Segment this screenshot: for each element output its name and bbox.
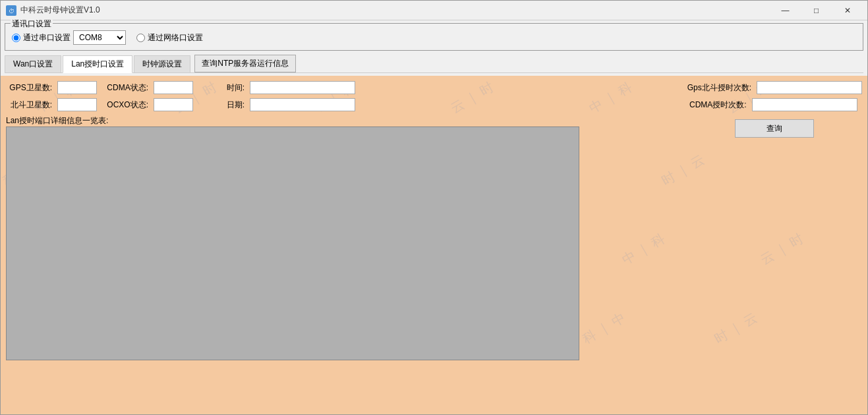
cdma-times-input[interactable]: [752, 98, 857, 111]
title-bar-left: ⏱ 中科云时母钟设置V1.0: [6, 5, 100, 16]
time-label: 时间:: [198, 82, 245, 94]
serial-radio[interactable]: [12, 34, 20, 42]
watermark-17: 中 ｜ 科: [619, 230, 668, 269]
network-radio[interactable]: [136, 34, 145, 42]
minimize-button[interactable]: —: [770, 4, 800, 17]
top-section: 通讯口设置 通过串口设置 COM8 通过网络口设置 Wan口设置 Lan授时口设…: [1, 20, 867, 76]
cdma-times-row: CDMA授时次数:: [687, 98, 862, 111]
query-ntp-button[interactable]: 查询NTP服务器运行信息: [194, 55, 296, 72]
tab-wan[interactable]: Wan口设置: [5, 55, 61, 72]
main-window: ⏱ 中科云时母钟设置V1.0 — □ ✕ 通讯口设置 通过串口设置 COM8: [0, 0, 868, 415]
gps-beidou-times-input[interactable]: [757, 81, 862, 94]
network-label: 通过网络口设置: [148, 32, 203, 43]
lan-table-label: Lan授时端口详细信息一览表:: [6, 116, 108, 125]
watermark-12: 时 ｜ 云: [658, 151, 708, 190]
main-area: 中 ｜ 科 云 ｜ 时 中 ｜ 科 云 ｜ 时 中 ｜ 科 云 ｜ 时 科 ｜ …: [1, 76, 867, 414]
beidou-satellites-label: 北斗卫星数:: [6, 99, 52, 111]
cdma-status-input[interactable]: [154, 81, 193, 94]
close-button[interactable]: ✕: [832, 4, 862, 17]
window-title: 中科云时母钟设置V1.0: [20, 5, 100, 16]
maximize-button[interactable]: □: [801, 4, 831, 17]
gps-satellites-label: GPS卫星数:: [6, 82, 52, 94]
watermark-24: 时 ｜ 云: [711, 309, 761, 348]
date-label: 日期:: [198, 99, 245, 111]
title-controls: — □ ✕: [770, 4, 862, 17]
title-bar: ⏱ 中科云时母钟设置V1.0 — □ ✕: [1, 1, 867, 20]
tab-lan[interactable]: Lan授时口设置: [63, 55, 132, 73]
com-select[interactable]: COM8: [73, 30, 126, 45]
ocxo-status-input[interactable]: [154, 98, 193, 111]
cdma-status-label: CDMA状态:: [102, 82, 148, 94]
beidou-satellites-input[interactable]: [57, 98, 97, 111]
date-input[interactable]: [250, 98, 355, 111]
lan-table: [6, 126, 579, 360]
network-radio-group[interactable]: 通过网络口设置: [136, 32, 203, 43]
tab-clock[interactable]: 时钟源设置: [134, 55, 190, 72]
right-panel: Gps北斗授时次数: CDMA授时次数: 查询: [687, 81, 862, 138]
ocxo-status-label: OCXO状态:: [102, 99, 148, 111]
app-icon: ⏱: [6, 5, 16, 16]
svg-text:⏱: ⏱: [9, 8, 14, 14]
tabs: Wan口设置 Lan授时口设置 时钟源设置 查询NTP服务器运行信息: [5, 55, 863, 73]
watermark-23: 科 ｜ 中: [579, 309, 629, 348]
time-input[interactable]: [250, 81, 355, 94]
serial-radio-group[interactable]: 通过串口设置 COM8: [12, 30, 126, 45]
gps-satellites-input[interactable]: [57, 81, 97, 94]
watermark-18: 云 ｜ 时: [757, 230, 807, 269]
comm-group-title: 通讯口设置: [11, 18, 53, 30]
comm-row: 通过串口设置 COM8 通过网络口设置: [12, 30, 856, 45]
gps-beidou-times-label: Gps北斗授时次数:: [687, 82, 751, 94]
cdma-times-label: CDMA授时次数:: [687, 99, 747, 111]
comm-group: 通讯口设置 通过串口设置 COM8 通过网络口设置: [5, 23, 863, 51]
serial-label: 通过串口设置: [23, 32, 71, 43]
lan-table-label-row: Lan授时端口详细信息一览表:: [6, 115, 862, 126]
gps-beidou-times-row: Gps北斗授时次数:: [687, 81, 862, 94]
